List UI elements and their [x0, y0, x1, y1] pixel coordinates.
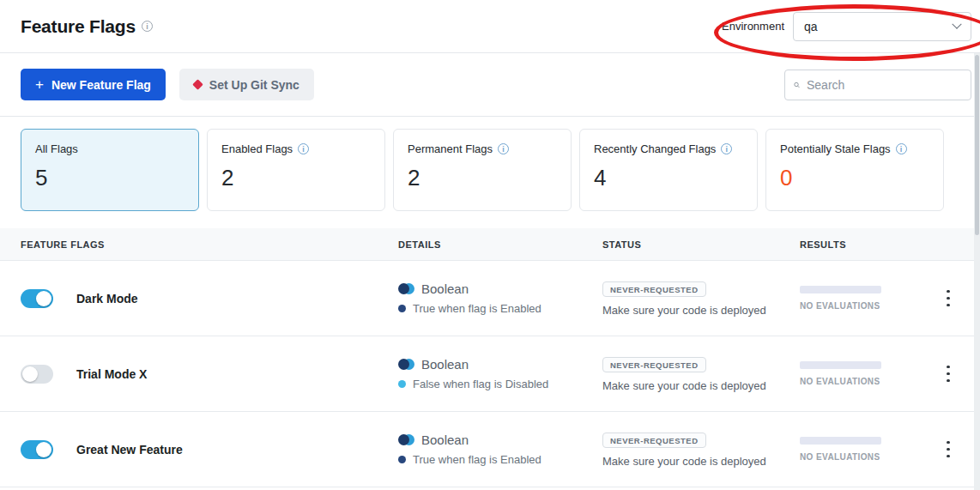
card-value: 0 [780, 165, 929, 191]
plus-icon: + [35, 77, 44, 92]
variation-dot-icon [398, 305, 406, 312]
boolean-type-icon [398, 283, 414, 294]
evaluations-bar [800, 361, 881, 369]
flag-toggle[interactable] [21, 289, 53, 308]
info-icon[interactable]: i [896, 143, 907, 154]
variation-text: False when flag is Disabled [413, 378, 548, 390]
results-label: NO EVALUATIONS [800, 301, 937, 311]
toggle-knob [36, 291, 51, 306]
status-badge: NEVER-REQUESTED [602, 281, 706, 297]
search-icon [794, 79, 800, 91]
results-label: NO EVALUATIONS [800, 452, 937, 462]
table-row: Great New Feature Boolean True when flag… [0, 412, 980, 487]
results-label: NO EVALUATIONS [800, 377, 937, 386]
card-value: 2 [408, 165, 557, 191]
toolbar: + New Feature Flag Set Up Git Sync [0, 53, 980, 117]
card-value: 5 [35, 165, 185, 191]
flag-toggle[interactable] [21, 440, 53, 459]
flag-name-cell: Trial Mode X [21, 365, 398, 384]
card-value: 2 [221, 165, 371, 191]
table-row: Dark Mode Boolean True when flag is Enab… [0, 261, 980, 336]
details-cell: Boolean True when flag is Enabled [398, 281, 602, 315]
variation-text: True when flag is Enabled [413, 302, 541, 315]
info-icon[interactable]: i [498, 143, 509, 154]
card-label: Permanent Flags [408, 142, 493, 155]
search-input[interactable] [807, 78, 962, 92]
card-recently-changed-flags[interactable]: Recently Changed Flags i 4 [579, 129, 758, 211]
variation-text: True when flag is Enabled [413, 453, 541, 466]
info-icon[interactable]: i [298, 143, 309, 154]
variation-dot-icon [398, 380, 406, 388]
environment-select[interactable]: qa [793, 12, 971, 41]
vertical-scrollbar[interactable] [974, 53, 980, 490]
stat-cards: All Flags 5 Enabled Flags i 2 Permanent … [0, 117, 980, 228]
table-row: Trial Mode X Boolean False when flag is … [0, 336, 980, 412]
row-menu-button[interactable] [937, 436, 959, 463]
evaluations-bar [800, 437, 881, 445]
card-label-wrap: Enabled Flags i [221, 142, 371, 155]
card-permanent-flags[interactable]: Permanent Flags i 2 [393, 129, 572, 211]
status-cell: NEVER-REQUESTED Make sure your code is d… [602, 356, 800, 392]
title-info-icon[interactable]: i [142, 21, 153, 32]
search-box[interactable] [784, 70, 971, 100]
card-label-wrap: All Flags [35, 142, 185, 155]
card-label: Recently Changed Flags [594, 142, 716, 155]
git-sync-icon [192, 79, 203, 90]
card-label-wrap: Potentially Stale Flags i [780, 142, 929, 155]
new-feature-flag-button[interactable]: + New Feature Flag [21, 69, 166, 100]
results-cell: NO EVALUATIONS [800, 437, 937, 462]
status-badge: NEVER-REQUESTED [602, 357, 706, 372]
feature-flags-page: Feature Flags i Environment qa + New Fea… [0, 0, 980, 490]
evaluations-bar [800, 286, 881, 293]
environment-control: Environment qa [722, 12, 971, 41]
flag-type-label: Boolean [421, 433, 469, 447]
toggle-knob [22, 366, 38, 382]
status-text: Make sure your code is deployed [602, 379, 800, 392]
status-cell: NEVER-REQUESTED Make sure your code is d… [602, 281, 800, 317]
flag-name[interactable]: Trial Mode X [76, 367, 147, 381]
page-title: Feature Flags [21, 16, 136, 37]
card-all-flags[interactable]: All Flags 5 [21, 129, 199, 211]
title-wrap: Feature Flags i [21, 16, 153, 37]
new-feature-flag-label: New Feature Flag [51, 78, 151, 92]
flag-type-label: Boolean [421, 357, 469, 372]
row-menu-button[interactable] [937, 285, 959, 312]
flag-name[interactable]: Great New Feature [76, 443, 183, 457]
table-header: FEATURE FLAGS DETAILS STATUS RESULTS [0, 228, 980, 261]
card-label-wrap: Recently Changed Flags i [594, 142, 743, 155]
card-label-wrap: Permanent Flags i [408, 142, 557, 155]
flag-name-cell: Dark Mode [21, 289, 398, 308]
boolean-type-icon [398, 359, 414, 370]
toggle-knob [36, 442, 51, 457]
git-sync-label: Set Up Git Sync [209, 78, 299, 92]
scrollbar-thumb[interactable] [975, 55, 979, 235]
card-label: Potentially Stale Flags [780, 142, 891, 155]
flag-name-cell: Great New Feature [21, 440, 398, 459]
chevron-down-icon [952, 19, 961, 28]
details-cell: Boolean True when flag is Enabled [398, 433, 602, 466]
flag-type-label: Boolean [421, 281, 469, 296]
environment-label: Environment [722, 20, 784, 33]
info-icon[interactable]: i [721, 143, 732, 154]
status-text: Make sure your code is deployed [602, 455, 800, 468]
set-up-git-sync-button[interactable]: Set Up Git Sync [179, 69, 314, 100]
environment-selected-value: qa [804, 20, 818, 33]
column-header-status: STATUS [602, 239, 800, 250]
results-cell: NO EVALUATIONS [800, 286, 937, 311]
status-cell: NEVER-REQUESTED Make sure your code is d… [602, 432, 800, 468]
card-enabled-flags[interactable]: Enabled Flags i 2 [207, 129, 385, 211]
results-cell: NO EVALUATIONS [800, 361, 937, 386]
row-menu-button[interactable] [937, 360, 959, 388]
status-badge: NEVER-REQUESTED [602, 433, 706, 448]
card-potentially-stale-flags[interactable]: Potentially Stale Flags i 0 [765, 129, 944, 211]
flag-name[interactable]: Dark Mode [76, 292, 138, 305]
column-header-feature-flags: FEATURE FLAGS [21, 239, 398, 250]
status-text: Make sure your code is deployed [602, 304, 800, 317]
card-label: All Flags [35, 142, 78, 155]
card-label: Enabled Flags [221, 142, 293, 155]
page-header: Feature Flags i Environment qa [0, 0, 980, 53]
card-value: 4 [594, 165, 743, 191]
variation-dot-icon [398, 456, 406, 463]
flag-toggle[interactable] [21, 365, 53, 384]
boolean-type-icon [398, 434, 414, 445]
